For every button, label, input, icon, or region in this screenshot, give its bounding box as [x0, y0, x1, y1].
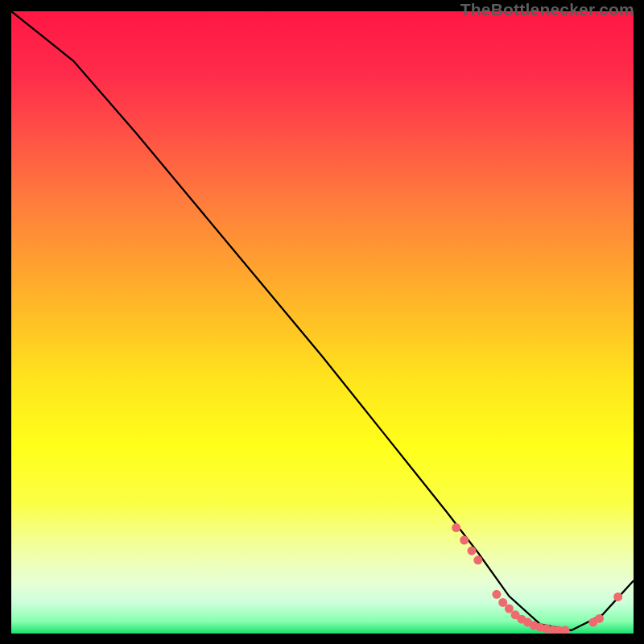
highlight-dot: [492, 590, 501, 599]
highlight-dot: [473, 555, 482, 564]
highlight-dot: [561, 626, 570, 634]
bottleneck-curve: [11, 11, 634, 630]
curve-overlay: [11, 11, 634, 634]
highlight-dot: [595, 614, 604, 623]
watermark-text: TheBottlenecker.com: [460, 0, 634, 19]
highlight-dot: [468, 547, 477, 555]
highlight-dot: [460, 536, 469, 545]
highlight-dots-group: [452, 523, 622, 634]
highlight-dot: [452, 523, 460, 532]
highlight-dot: [613, 592, 622, 601]
chart-plot-area: [11, 11, 634, 634]
